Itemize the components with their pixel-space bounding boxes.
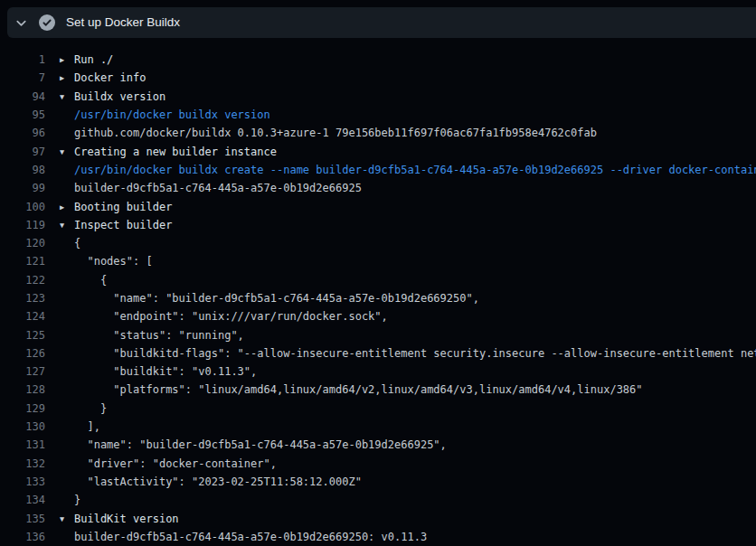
group-expanded-arrow-icon[interactable]: ▼	[60, 147, 71, 156]
log-line: 124 "endpoint": "unix:///var/run/docker.…	[0, 307, 756, 325]
line-number[interactable]: 130	[0, 420, 45, 433]
log-line: 125 "status": "running",	[0, 325, 756, 344]
log-group-row[interactable]: 94▼Buildx version	[0, 88, 756, 106]
line-number[interactable]: 124	[0, 310, 45, 323]
group-expanded-arrow-icon[interactable]: ▼	[60, 92, 71, 101]
log-group-row[interactable]: 1▶Run ./	[0, 51, 756, 69]
log-line: 96github.com/docker/buildx 0.10.3+azure-…	[0, 124, 756, 142]
log-line: 129 }	[0, 400, 756, 418]
log-line: 130 ],	[0, 418, 756, 436]
log-line: 127 "buildkit": "v0.11.3",	[0, 362, 756, 381]
log-text: /usr/bin/docker buildx version	[74, 108, 270, 121]
log-line: 121 "nodes": [	[0, 252, 756, 270]
log-line: 95/usr/bin/docker buildx version	[0, 106, 756, 124]
log-line: 99builder-d9cfb5a1-c764-445a-a57e-0b19d2…	[0, 179, 756, 197]
group-expanded-arrow-icon[interactable]: ▼	[60, 514, 71, 523]
log-text: }	[74, 494, 80, 506]
log-viewer: 1▶Run ./7▶Docker info94▼Buildx version95…	[0, 40, 756, 546]
log-group-row[interactable]: 7▶Docker info	[0, 69, 756, 87]
log-line: 122 {	[0, 271, 756, 289]
chevron-down-icon[interactable]	[14, 16, 28, 30]
log-text: {	[74, 274, 107, 287]
log-group-row[interactable]: 100▶Booting builder	[0, 197, 756, 215]
line-number[interactable]: 7	[0, 71, 45, 84]
log-text: "buildkit": "v0.11.3",	[74, 365, 257, 378]
line-number[interactable]: 99	[0, 182, 45, 194]
log-text: {	[74, 237, 80, 249]
log-text: builder-d9cfb5a1-c764-445a-a57e-0b19d2e6…	[74, 531, 427, 543]
line-number[interactable]: 128	[0, 383, 45, 396]
log-line: 120{	[0, 234, 756, 252]
check-circle-icon	[39, 14, 55, 31]
log-text: "buildkitd-flags": "--allow-insecure-ent…	[74, 347, 756, 360]
log-text: ],	[74, 420, 100, 433]
line-number[interactable]: 133	[0, 475, 45, 488]
log-line: 133 "lastActivity": "2023-02-25T11:58:12…	[0, 473, 756, 491]
log-text: "nodes": [	[74, 255, 153, 268]
line-number[interactable]: 136	[0, 531, 45, 543]
line-number[interactable]: 100	[0, 201, 45, 213]
group-expanded-arrow-icon[interactable]: ▼	[60, 221, 71, 230]
log-text: Inspect builder	[74, 219, 172, 231]
log-text: "name": "builder-d9cfb5a1-c764-445a-a57e…	[74, 438, 447, 451]
line-number[interactable]: 135	[0, 513, 45, 525]
log-text: Buildx version	[74, 90, 165, 103]
group-collapsed-arrow-icon[interactable]: ▶	[60, 55, 71, 64]
log-text: }	[74, 402, 107, 415]
log-group-row[interactable]: 135▼BuildKit version	[0, 509, 756, 527]
line-number[interactable]: 94	[0, 90, 45, 103]
log-group-row[interactable]: 97▼Creating a new builder instance	[0, 142, 756, 160]
log-line: 126 "buildkitd-flags": "--allow-insecure…	[0, 344, 756, 362]
log-text: Booting builder	[74, 201, 172, 213]
log-text: Creating a new builder instance	[74, 146, 277, 158]
step-title: Set up Docker Buildx	[66, 7, 180, 38]
line-number[interactable]: 131	[0, 438, 45, 451]
step-header[interactable]: Set up Docker Buildx	[7, 7, 756, 38]
log-text: "name": "builder-d9cfb5a1-c764-445a-a57e…	[74, 292, 479, 305]
log-text: "status": "running",	[74, 329, 244, 342]
log-text: "driver": "docker-container",	[74, 457, 277, 470]
line-number[interactable]: 121	[0, 255, 45, 268]
log-text: /usr/bin/docker buildx create --name bui…	[74, 164, 756, 176]
group-collapsed-arrow-icon[interactable]: ▶	[60, 202, 71, 212]
log-text: Docker info	[74, 71, 146, 84]
log-text: BuildKit version	[74, 513, 179, 525]
log-text: "platforms": "linux/amd64,linux/amd64/v2…	[74, 383, 643, 396]
log-line: 128 "platforms": "linux/amd64,linux/amd6…	[0, 381, 756, 399]
line-number[interactable]: 132	[0, 457, 45, 470]
line-number[interactable]: 127	[0, 365, 45, 378]
line-number[interactable]: 95	[0, 108, 45, 121]
line-number[interactable]: 97	[0, 146, 45, 158]
line-number[interactable]: 126	[0, 347, 45, 360]
log-line: 123 "name": "builder-d9cfb5a1-c764-445a-…	[0, 289, 756, 307]
log-line: 136builder-d9cfb5a1-c764-445a-a57e-0b19d…	[0, 528, 756, 546]
log-line: 131 "name": "builder-d9cfb5a1-c764-445a-…	[0, 436, 756, 454]
line-number[interactable]: 123	[0, 292, 45, 305]
line-number[interactable]: 1	[0, 53, 45, 66]
log-text: "endpoint": "unix:///var/run/docker.sock…	[74, 310, 388, 323]
log-line: 98/usr/bin/docker buildx create --name b…	[0, 161, 756, 179]
group-collapsed-arrow-icon[interactable]: ▶	[60, 73, 71, 82]
line-number[interactable]: 125	[0, 329, 45, 342]
log-line: 134}	[0, 491, 756, 509]
log-line: 132 "driver": "docker-container",	[0, 455, 756, 473]
line-number[interactable]: 129	[0, 402, 45, 415]
log-group-row[interactable]: 119▼Inspect builder	[0, 216, 756, 234]
log-text: github.com/docker/buildx 0.10.3+azure-1 …	[74, 127, 597, 139]
log-text: "lastActivity": "2023-02-25T11:58:12.000…	[74, 475, 362, 488]
log-text: Run ./	[74, 53, 113, 66]
line-number[interactable]: 122	[0, 274, 45, 287]
line-number[interactable]: 98	[0, 164, 45, 176]
line-number[interactable]: 96	[0, 127, 45, 139]
log-text: builder-d9cfb5a1-c764-445a-a57e-0b19d2e6…	[74, 182, 362, 194]
line-number[interactable]: 120	[0, 237, 45, 249]
line-number[interactable]: 134	[0, 494, 45, 506]
line-number[interactable]: 119	[0, 219, 45, 231]
